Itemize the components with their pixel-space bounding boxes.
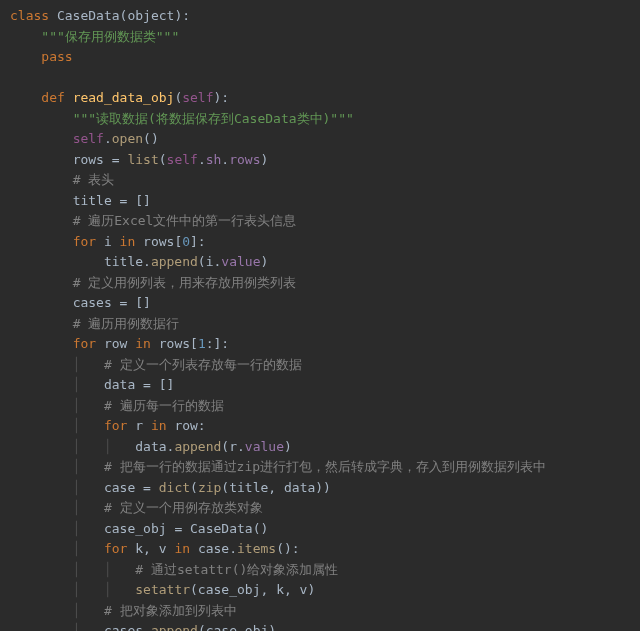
param-self: self xyxy=(182,90,213,105)
builtin-list: list xyxy=(127,152,158,167)
code-line: # 遍历用例数据行 xyxy=(10,316,179,331)
code-line: │ case = dict(zip(title, data)) xyxy=(10,480,331,495)
code-line: cases = [] xyxy=(10,295,151,310)
builtin-setattr: setattr xyxy=(135,582,190,597)
code-line: │ # 把每一行的数据通过zip进行打包，然后转成字典，存入到用例数据列表中 xyxy=(10,459,546,474)
keyword-in: in xyxy=(151,418,167,433)
builtin-zip: zip xyxy=(198,480,221,495)
class-name: CaseData xyxy=(57,8,120,23)
keyword-for: for xyxy=(104,418,127,433)
code-line: │ # 把对象添加到列表中 xyxy=(10,603,237,618)
code-line: │ # 遍历每一行的数据 xyxy=(10,398,224,413)
code-line: """保存用例数据类""" xyxy=(10,29,179,44)
code-line: │ │ # 通过setattr()给对象添加属性 xyxy=(10,562,338,577)
code-line: rows = list(self.sh.rows) xyxy=(10,152,268,167)
code-line: for row in rows[1:]: xyxy=(10,336,229,351)
code-line: for i in rows[0]: xyxy=(10,234,206,249)
keyword-for: for xyxy=(73,336,96,351)
code-line: """读取数据(将数据保存到CaseData类中)""" xyxy=(10,111,354,126)
builtin-dict: dict xyxy=(159,480,190,495)
code-line: │ # 定义一个列表存放每一行的数据 xyxy=(10,357,302,372)
code-line: # 定义用例列表，用来存放用例类列表 xyxy=(10,275,296,290)
docstring: """保存用例数据类""" xyxy=(41,29,179,44)
code-line: │ for k, v in case.items(): xyxy=(10,541,300,556)
var-title: title xyxy=(73,193,120,208)
keyword-in: in xyxy=(120,234,136,249)
comment: # 通过setattr()给对象添加属性 xyxy=(135,562,338,577)
method-open: open xyxy=(112,131,143,146)
code-line: # 遍历Excel文件中的第一行表头信息 xyxy=(10,213,296,228)
keyword-in: in xyxy=(174,541,190,556)
var-cases: cases xyxy=(73,295,120,310)
code-line: │ for r in row: xyxy=(10,418,206,433)
code-line: │ data = [] xyxy=(10,377,174,392)
keyword-for: for xyxy=(104,541,127,556)
code-line: self.open() xyxy=(10,131,159,146)
comment: # 遍历用例数据行 xyxy=(73,316,180,331)
code-line: class CaseData(object): xyxy=(10,8,190,23)
code-line: def read_data_obj(self): xyxy=(10,90,229,105)
code-line: title.append(i.value) xyxy=(10,254,268,269)
code-line: │ # 定义一个用例存放类对象 xyxy=(10,500,263,515)
method-items: items xyxy=(237,541,276,556)
keyword-in: in xyxy=(135,336,151,351)
method-append: append xyxy=(151,623,198,631)
comment: # 把每一行的数据通过zip进行打包，然后转成字典，存入到用例数据列表中 xyxy=(104,459,546,474)
code-line: │ │ data.append(r.value) xyxy=(10,439,292,454)
comment: # 定义一个用例存放类对象 xyxy=(104,500,263,515)
code-editor: class CaseData(object): """保存用例数据类""" pa… xyxy=(0,0,640,631)
code-line: │ case_obj = CaseData() xyxy=(10,521,268,536)
docstring: """读取数据(将数据保存到CaseData类中)""" xyxy=(73,111,354,126)
code-line: │ cases.append(case_obj) xyxy=(10,623,276,631)
code-line: title = [] xyxy=(10,193,151,208)
base-class: object xyxy=(127,8,174,23)
code-line: # 表头 xyxy=(10,172,114,187)
comment: # 定义一个列表存放每一行的数据 xyxy=(104,357,302,372)
method-append: append xyxy=(151,254,198,269)
keyword-class: class xyxy=(10,8,49,23)
var-data: data xyxy=(104,377,143,392)
code-line: pass xyxy=(10,49,73,64)
comment: # 把对象添加到列表中 xyxy=(104,603,237,618)
comment: # 定义用例列表，用来存放用例类列表 xyxy=(73,275,297,290)
var-rows: rows xyxy=(73,152,112,167)
method-append: append xyxy=(174,439,221,454)
comment: # 表头 xyxy=(73,172,115,187)
keyword-def: def xyxy=(41,90,64,105)
function-name: read_data_obj xyxy=(73,90,175,105)
keyword-for: for xyxy=(73,234,96,249)
code-line: │ │ setattr(case_obj, k, v) xyxy=(10,582,315,597)
class-call: CaseData xyxy=(190,521,253,536)
var-self: self xyxy=(73,131,104,146)
keyword-pass: pass xyxy=(41,49,72,64)
comment: # 遍历每一行的数据 xyxy=(104,398,224,413)
comment: # 遍历Excel文件中的第一行表头信息 xyxy=(73,213,297,228)
